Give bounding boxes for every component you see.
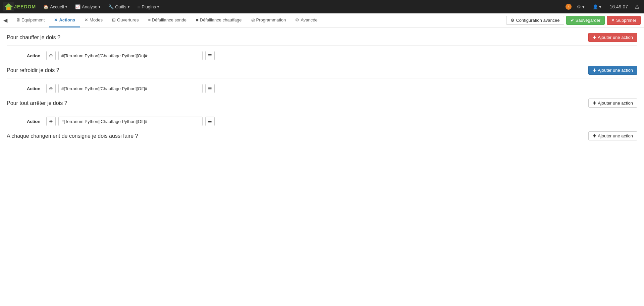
remove-action-chauffer-0[interactable]: ⊖ [46, 51, 56, 60]
config-avancee-button[interactable]: ⚙ Configuration avancée [506, 16, 564, 25]
section-consigne-header: A chaque changement de consigne je dois … [7, 131, 637, 140]
caret-icon: ▾ [128, 5, 129, 9]
section-arreter-header: Pour tout arrêter je dois ? ✚ Ajouter un… [7, 99, 637, 108]
config-grid-icon: ☰ [208, 86, 212, 91]
action-row-arreter-0: Action ⊖ ☰ [7, 115, 637, 128]
tab-bar-actions: ⚙ Configuration avancée ✔ Sauvegarder ✕ … [506, 13, 644, 27]
tab-defaillance-sonde[interactable]: ≈ Défaillance sonde [143, 13, 191, 27]
programmation-icon: ◎ [251, 17, 255, 22]
section-refroidir-header: Pour refroidir je dois ? ✚ Ajouter une a… [7, 66, 637, 75]
sauvegarder-button[interactable]: ✔ Sauvegarder [566, 16, 605, 25]
add-action-refroidir-button[interactable]: ✚ Ajouter une action [588, 66, 637, 75]
nav-accueil[interactable]: 🏠 Accueil ▾ [39, 0, 71, 13]
logo-icon [3, 2, 14, 11]
caret-icon: ▾ [157, 5, 159, 9]
times-icon: ✕ [611, 18, 615, 23]
config-grid-icon: ☰ [208, 53, 212, 58]
tab-avancee[interactable]: ⚙ Avancée [290, 13, 322, 27]
section-chauffer-header: Pour chauffer je dois ? ✚ Ajouter une ac… [7, 33, 637, 42]
section-arreter-title: Pour tout arrêter je dois ? [7, 100, 67, 106]
tab-equipement[interactable]: 🖥 Equipement [11, 13, 49, 27]
tab-bar: ◀ 🖥 Equipement ✕ Actions ✕ Modes ⊞ Ouver… [0, 13, 644, 27]
remove-action-arreter-0[interactable]: ⊖ [46, 117, 56, 126]
divider-chauffer [7, 45, 637, 46]
avancee-icon: ⚙ [295, 17, 299, 22]
supprimer-button[interactable]: ✕ Supprimer [607, 16, 641, 25]
actions-icon: ✕ [54, 17, 58, 22]
caret-icon: ▾ [65, 5, 67, 9]
equipement-icon: 🖥 [16, 17, 20, 22]
add-action-chauffer-button[interactable]: ✚ Ajouter une action [588, 33, 637, 42]
nav-outils[interactable]: 🔧 Outils ▾ [104, 0, 133, 13]
plus-icon: ✚ [593, 35, 596, 40]
check-icon: ✔ [571, 18, 574, 23]
back-button[interactable]: ◀ [0, 13, 11, 27]
tab-programmation[interactable]: ◎ Programmation [247, 13, 291, 27]
tab-ouvertures[interactable]: ⊞ Ouvertures [107, 13, 143, 27]
modes-icon: ✕ [85, 17, 88, 22]
section-consigne-title: A chaque changement de consigne je dois … [7, 133, 138, 139]
navbar-right: 4 ⚙ ▾ 👤 ▾ 16:49:07 ⚠ [566, 2, 641, 11]
action-label: Action [27, 53, 44, 58]
plugins-icon: ≡ [138, 4, 141, 10]
svg-rect-2 [7, 7, 10, 10]
action-row-chauffer-0: Action ⊖ ☰ [7, 49, 637, 62]
add-action-arreter-button[interactable]: ✚ Ajouter une action [588, 99, 637, 108]
chauffage-icon: ■ [196, 17, 199, 22]
alert-icon[interactable]: ⚠ [633, 2, 641, 11]
caret-icon: ▾ [99, 5, 100, 9]
settings-btn[interactable]: ⚙ ▾ [574, 3, 587, 11]
ouvertures-icon: ⊞ [112, 17, 116, 22]
divider-consigne [7, 144, 637, 144]
action-label: Action [27, 86, 44, 91]
main-content: Pour chauffer je dois ? ✚ Ajouter une ac… [0, 27, 644, 306]
remove-action-refroidir-0[interactable]: ⊖ [46, 84, 56, 93]
gear-icon: ⚙ [511, 18, 515, 23]
add-action-consigne-button[interactable]: ✚ Ajouter une action [588, 131, 637, 140]
action-input-arreter-0[interactable] [58, 117, 203, 126]
tab-actions[interactable]: ✕ Actions [49, 13, 80, 27]
action-config-arreter-0[interactable]: ☰ [205, 117, 215, 126]
plus-icon: ✚ [593, 68, 596, 73]
clock: 16:49:07 [607, 4, 631, 9]
analyse-icon: 📈 [75, 4, 80, 9]
action-label: Action [27, 119, 44, 124]
sonde-icon: ≈ [148, 17, 150, 22]
remove-icon: ⊖ [49, 119, 53, 124]
remove-icon: ⊖ [49, 86, 53, 91]
brand-label: JEEDOM [14, 4, 36, 9]
action-row-refroidir-0: Action ⊖ ☰ [7, 82, 637, 95]
config-grid-icon: ☰ [208, 119, 212, 124]
brand[interactable]: JEEDOM [3, 2, 36, 11]
notification-badge[interactable]: 4 [566, 4, 572, 10]
plus-icon: ✚ [593, 133, 596, 138]
plus-icon: ✚ [593, 101, 596, 106]
home-icon: 🏠 [43, 4, 49, 9]
tools-icon: 🔧 [108, 4, 114, 9]
divider-arreter [7, 111, 637, 111]
navbar: JEEDOM 🏠 Accueil ▾ 📈 Analyse ▾ 🔧 Outils … [0, 0, 644, 13]
user-btn[interactable]: 👤 ▾ [590, 3, 604, 11]
nav-analyse[interactable]: 📈 Analyse ▾ [71, 0, 104, 13]
divider-refroidir [7, 78, 637, 78]
section-refroidir-title: Pour refroidir je dois ? [7, 67, 59, 73]
action-input-refroidir-0[interactable] [58, 84, 203, 93]
remove-icon: ⊖ [49, 53, 53, 58]
action-input-chauffer-0[interactable] [58, 51, 203, 60]
tab-modes[interactable]: ✕ Modes [80, 13, 107, 27]
action-config-refroidir-0[interactable]: ☰ [205, 84, 215, 93]
action-config-chauffer-0[interactable]: ☰ [205, 51, 215, 60]
nav-plugins[interactable]: ≡ Plugins ▾ [133, 0, 163, 13]
tab-defaillance-chauffage[interactable]: ■ Défaillance chauffage [191, 13, 247, 27]
section-chauffer-title: Pour chauffer je dois ? [7, 35, 60, 41]
